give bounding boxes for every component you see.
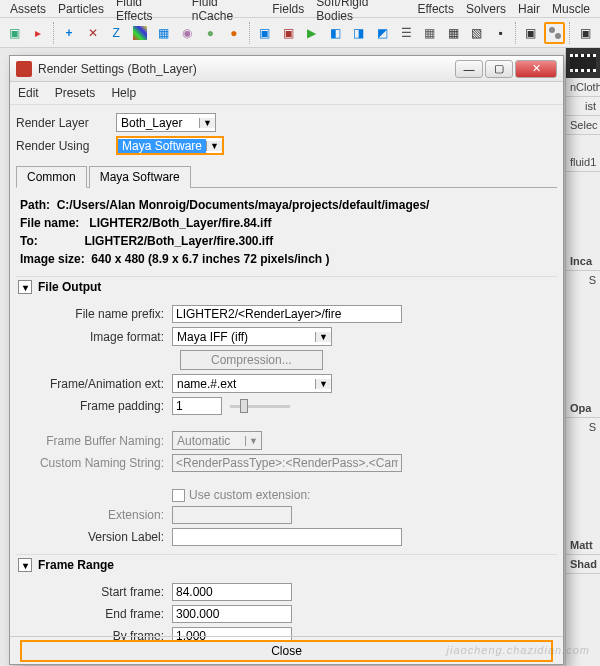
matte-section[interactable]: Matt	[566, 536, 600, 555]
opacity-section[interactable]: Opa	[566, 399, 600, 418]
menu-fluid-ncache[interactable]: Fluid nCache	[186, 0, 267, 23]
info-path: Path: C:/Users/Alan Monroig/Documents/ma…	[20, 196, 553, 214]
tool-icon-11[interactable]: ◨	[348, 22, 370, 44]
play-icon[interactable]: ▶	[301, 22, 323, 44]
tool-icon-8[interactable]: ▣	[254, 22, 276, 44]
tool-icon-14[interactable]: ▣	[520, 22, 542, 44]
format-dropdown[interactable]: Maya IFF (iff) ▼	[172, 327, 332, 346]
tool-icon-7[interactable]: ●	[223, 22, 245, 44]
tool-icon-12[interactable]: ◩	[372, 22, 394, 44]
toolbar-separator	[569, 22, 570, 44]
fluid1-tab[interactable]: fluid1	[566, 153, 600, 172]
select-tab[interactable]: Selec	[566, 116, 600, 135]
menu-fields[interactable]: Fields	[266, 2, 310, 16]
menu-fluid-effects[interactable]: Fluid Effects	[110, 0, 186, 23]
buffer-dropdown: Automatic ▼	[172, 431, 262, 450]
list-tab[interactable]: ist	[566, 97, 600, 116]
chevron-down-icon: ▼	[199, 118, 215, 128]
tab-common[interactable]: Common	[16, 166, 87, 188]
tab-maya-software[interactable]: Maya Software	[89, 166, 191, 188]
buffer-label: Frame Buffer Naming:	[22, 434, 172, 448]
chevron-down-icon: ▼	[245, 436, 261, 446]
plus-icon[interactable]: +	[58, 22, 80, 44]
collapse-icon[interactable]: ▾	[18, 280, 32, 294]
tool-icon-5[interactable]: ◉	[176, 22, 198, 44]
menu-edit[interactable]: Edit	[18, 86, 39, 100]
dialog-titlebar[interactable]: Render Settings (Both_Layer) — ▢ ✕	[10, 56, 563, 82]
frame-range-header[interactable]: ▾ Frame Range	[16, 554, 557, 575]
dialog-menu-bar: Edit Presets Help	[10, 82, 563, 105]
right-side-panel: nCloth ist Selec fluid1 Inca S Opa S Mat…	[565, 48, 600, 666]
format-label: Image format:	[22, 330, 172, 344]
custom-naming-input	[172, 454, 402, 472]
frame-ext-dropdown[interactable]: name.#.ext ▼	[172, 374, 332, 393]
custom-naming-label: Custom Naming String:	[22, 456, 172, 470]
menu-assets[interactable]: Assets	[4, 2, 52, 16]
menu-particles[interactable]: Particles	[52, 2, 110, 16]
menu-presets[interactable]: Presets	[55, 86, 96, 100]
render-layer-label: Render Layer	[16, 116, 116, 130]
menu-solvers[interactable]: Solvers	[460, 2, 512, 16]
menu-muscle[interactable]: Muscle	[546, 2, 596, 16]
collapse-icon[interactable]: ▾	[18, 558, 32, 572]
menu-effects[interactable]: Effects	[411, 2, 459, 16]
end-frame-input[interactable]	[172, 605, 292, 623]
windows-icon[interactable]	[129, 22, 151, 44]
slider-thumb[interactable]	[240, 399, 248, 413]
render-using-label: Render Using	[16, 139, 116, 153]
menu-soft-rigid[interactable]: Soft/Rigid Bodies	[310, 0, 411, 23]
grid-icon[interactable]: ▦	[419, 22, 441, 44]
app-icon	[16, 61, 32, 77]
tool-icon-9[interactable]: ▣	[277, 22, 299, 44]
tool-icon-3[interactable]: ✕	[82, 22, 104, 44]
buffer-value: Automatic	[173, 434, 245, 448]
version-input[interactable]	[172, 528, 402, 546]
frame-range-title: Frame Range	[38, 558, 114, 572]
minimize-button[interactable]: —	[455, 60, 483, 78]
chevron-down-icon: ▼	[315, 332, 331, 342]
film-icon[interactable]: ▦	[442, 22, 464, 44]
render-settings-dialog: Render Settings (Both_Layer) — ▢ ✕ Edit …	[9, 55, 564, 665]
tool-icon-2[interactable]: ▸	[28, 22, 50, 44]
incandescence-section[interactable]: Inca	[566, 252, 600, 271]
svg-point-0	[549, 27, 555, 33]
padding-slider[interactable]	[230, 405, 290, 408]
render-using-dropdown[interactable]: Maya Software ▼	[116, 136, 224, 155]
start-frame-input[interactable]	[172, 583, 292, 601]
toolbar-separator	[53, 22, 54, 44]
close-button[interactable]: Close	[20, 640, 553, 662]
tool-icon-6[interactable]: ●	[200, 22, 222, 44]
tool-icon-15[interactable]: ▣	[574, 22, 596, 44]
prefix-input[interactable]	[172, 305, 402, 323]
main-menu-bar: Assets Particles Fluid Effects Fluid nCa…	[0, 0, 600, 18]
close-window-button[interactable]: ✕	[515, 60, 557, 78]
render-settings-icon[interactable]	[544, 22, 566, 44]
file-output-header[interactable]: ▾ File Output	[16, 276, 557, 297]
use-custom-ext-checkbox[interactable]	[172, 489, 185, 502]
chevron-down-icon: ▼	[315, 379, 331, 389]
zigzag-icon[interactable]: Z	[105, 22, 127, 44]
info-imagesize: Image size: 640 x 480 (8.9 x 6.7 inches …	[20, 250, 553, 268]
tool-icon-13[interactable]: ▪	[490, 22, 512, 44]
render-layer-value: Both_Layer	[117, 116, 199, 130]
prefix-label: File name prefix:	[22, 307, 172, 321]
format-value: Maya IFF (iff)	[173, 330, 315, 344]
compression-button: Compression...	[180, 350, 323, 370]
render-layer-dropdown[interactable]: Both_Layer ▼	[116, 113, 216, 132]
shading-section[interactable]: Shad	[566, 555, 600, 574]
maximize-button[interactable]: ▢	[485, 60, 513, 78]
ncloth-tab[interactable]: nCloth	[566, 78, 600, 97]
menu-help[interactable]: Help	[111, 86, 136, 100]
padding-input[interactable]	[172, 397, 222, 415]
tool-icon-4[interactable]: ▦	[152, 22, 174, 44]
tool-icon-1[interactable]: ▣	[4, 22, 26, 44]
menu-hair[interactable]: Hair	[512, 2, 546, 16]
render-using-value: Maya Software	[118, 139, 206, 153]
svg-point-1	[555, 33, 561, 39]
clap-icon[interactable]: ▧	[466, 22, 488, 44]
tool-icon-10[interactable]: ◧	[325, 22, 347, 44]
list-icon[interactable]: ☰	[395, 22, 417, 44]
tab-bar: Common Maya Software	[16, 165, 557, 188]
toolbar: ▣ ▸ + ✕ Z ▦ ◉ ● ● ▣ ▣ ▶ ◧ ◨ ◩ ☰ ▦ ▦ ▧ ▪ …	[0, 18, 600, 48]
info-to: To: LIGHTER2/Both_Layer/fire.300.iff	[20, 232, 553, 250]
